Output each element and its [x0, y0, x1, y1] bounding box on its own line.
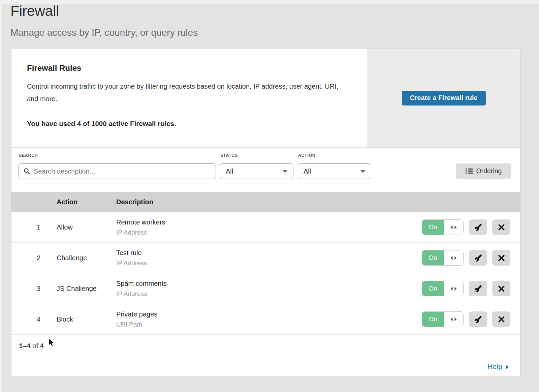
- page-title: Firewall: [10, 3, 198, 19]
- delete-rule-button[interactable]: [492, 281, 510, 296]
- screen-edge-left: [0, 0, 2, 392]
- rule-description: Spam comments: [116, 280, 422, 288]
- wrench-icon: [474, 254, 482, 262]
- toggle-arrows-icon[interactable]: [444, 281, 463, 296]
- rule-description: Remote workers: [116, 218, 422, 226]
- help-row: Help: [11, 357, 520, 377]
- rule-match-type: IP Address: [116, 260, 422, 267]
- rule-description: Private pages: [116, 310, 422, 318]
- pagination: 1–4 of 4: [11, 335, 520, 357]
- rule-action: JS Challenge: [57, 285, 116, 293]
- pagination-total: 4: [40, 342, 44, 350]
- rule-enabled-toggle[interactable]: On: [422, 250, 464, 266]
- help-link[interactable]: Help: [487, 363, 509, 371]
- rule-priority: 4: [11, 315, 57, 323]
- create-rule-area: Create a Firewall rule: [367, 49, 520, 147]
- status-select-value: All: [226, 168, 233, 175]
- close-icon: [498, 254, 505, 262]
- toggle-arrows-icon[interactable]: [444, 220, 463, 235]
- action-label: ACTION: [298, 153, 316, 158]
- rule-priority: 3: [11, 285, 57, 293]
- page-subtitle: Manage access by IP, country, or query r…: [10, 27, 198, 38]
- description-column-header: Description: [116, 198, 520, 206]
- table-row: 4 Block Private pages URI Path On: [11, 304, 520, 335]
- chevron-down-icon: [360, 170, 366, 173]
- delete-rule-button[interactable]: [492, 219, 510, 235]
- delete-rule-button[interactable]: [492, 311, 510, 327]
- rule-action: Block: [57, 315, 116, 323]
- wrench-icon: [474, 223, 482, 231]
- filters-bar: SEARCH STATUS All ACTION All: [11, 148, 520, 192]
- wrench-icon: [474, 315, 482, 323]
- pagination-of: of: [32, 342, 38, 350]
- toggle-on-label: On: [422, 281, 444, 296]
- page-header: Firewall Manage access by IP, country, o…: [10, 3, 198, 38]
- arrow-right-icon: [506, 365, 509, 369]
- toggle-on-label: On: [422, 220, 444, 235]
- pagination-range: 1–4: [19, 342, 31, 350]
- help-link-label: Help: [487, 363, 502, 371]
- chevron-down-icon: [282, 170, 288, 173]
- close-icon: [498, 224, 505, 231]
- rule-enabled-toggle[interactable]: On: [422, 281, 464, 296]
- rule-match-type: URI Path: [116, 321, 422, 328]
- close-icon: [498, 316, 505, 323]
- rule-action: Allow: [57, 223, 116, 231]
- table-row: 1 Allow Remote workers IP Address On: [11, 212, 520, 243]
- search-label: SEARCH: [19, 153, 38, 158]
- action-select[interactable]: All: [298, 163, 371, 179]
- delete-rule-button[interactable]: [492, 250, 510, 266]
- wrench-icon: [474, 285, 482, 293]
- create-firewall-rule-button[interactable]: Create a Firewall rule: [402, 91, 486, 105]
- rule-description: Test rule: [116, 249, 422, 257]
- firewall-panel: Firewall Rules Control incoming traffic …: [11, 48, 520, 377]
- firewall-rules-info: Firewall Rules Control incoming traffic …: [11, 49, 367, 147]
- toggle-on-label: On: [422, 250, 444, 265]
- card-description: Control incoming traffic to your zone by…: [27, 80, 345, 105]
- rule-match-type: IP Address: [116, 229, 422, 236]
- edit-rule-button[interactable]: [469, 281, 487, 296]
- rule-match-type: IP Address: [116, 290, 422, 298]
- status-select[interactable]: All: [220, 163, 293, 179]
- rule-enabled-toggle[interactable]: On: [422, 219, 464, 235]
- action-select-value: All: [304, 168, 311, 175]
- table-row: 3 JS Challenge Spam comments IP Address …: [11, 273, 520, 304]
- ordered-list-icon: [466, 168, 473, 174]
- table-row: 2 Challenge Test rule IP Address On: [11, 243, 520, 273]
- toggle-arrows-icon[interactable]: [444, 312, 463, 327]
- edit-rule-button[interactable]: [469, 311, 487, 327]
- firewall-rules-card: Firewall Rules Control incoming traffic …: [11, 49, 520, 148]
- edit-rule-button[interactable]: [469, 219, 487, 235]
- ordering-button[interactable]: Ordering: [456, 163, 511, 179]
- status-label: STATUS: [220, 153, 238, 158]
- toggle-on-label: On: [422, 312, 444, 327]
- search-icon: [24, 168, 30, 175]
- close-icon: [498, 285, 505, 292]
- rule-priority: 1: [11, 223, 57, 231]
- rule-action: Challenge: [57, 254, 116, 262]
- search-input[interactable]: [19, 163, 216, 179]
- rules-usage-text: You have used 4 of 1000 active Firewall …: [27, 117, 353, 130]
- card-heading: Firewall Rules: [27, 63, 353, 73]
- rule-enabled-toggle[interactable]: On: [422, 311, 464, 327]
- edit-rule-button[interactable]: [469, 250, 487, 266]
- toggle-arrows-icon[interactable]: [444, 250, 463, 265]
- rule-priority: 2: [11, 254, 57, 262]
- search-field-wrap: [19, 163, 216, 179]
- ordering-button-label: Ordering: [476, 167, 502, 175]
- table-header: Action Description: [11, 192, 520, 212]
- action-column-header: Action: [57, 198, 116, 206]
